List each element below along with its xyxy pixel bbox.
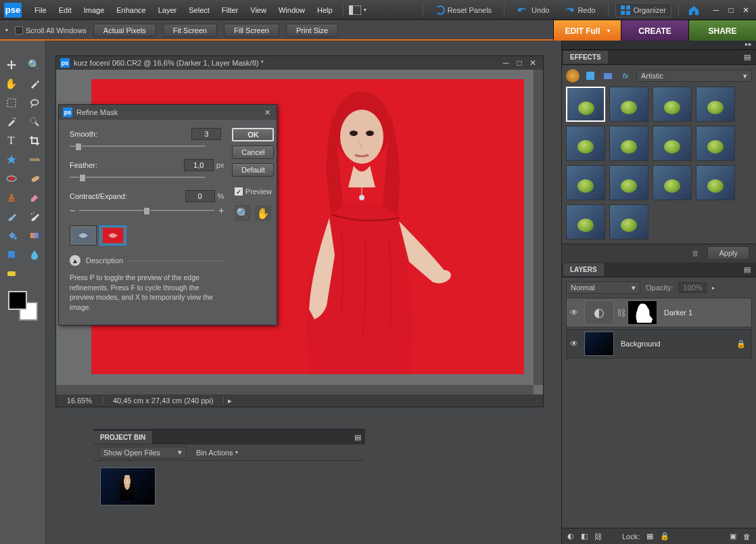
redo-button[interactable]: Redo [557,3,600,17]
document-dimensions[interactable]: 40,45 cm x 27,43 cm (240 ppi) [103,396,224,405]
maximize-button[interactable]: □ [725,5,737,15]
menu-file[interactable]: File [28,0,53,20]
menu-enhance[interactable]: Enhance [110,0,151,20]
gradient-tool[interactable] [25,227,44,244]
eyedropper-tool[interactable] [25,76,44,92]
crop-tool[interactable] [25,133,44,149]
type-tool[interactable]: T [2,133,21,149]
actual-pixels-button[interactable]: Actual Pixels [93,24,156,37]
menu-layer[interactable]: Layer [152,0,183,20]
photo-effects-icon[interactable] [601,69,615,83]
smart-brush-tool[interactable] [25,208,44,225]
dialog-hand-tool[interactable]: ✋ [255,205,271,221]
adjustment-thumbnail[interactable]: ◐ [584,300,614,325]
minimize-button[interactable]: ─ [710,5,722,15]
menu-select[interactable]: Select [183,0,216,20]
effect-thumbnail[interactable] [609,126,648,161]
menu-filter[interactable]: Filter [216,0,244,20]
smooth-slider[interactable] [70,143,205,150]
effect-thumbnail[interactable] [653,126,692,161]
move-tool[interactable] [2,57,21,73]
hand-tool[interactable]: ✋ [2,76,21,92]
arrange-documents-icon[interactable]: ▼ [348,2,369,18]
marquee-tool[interactable] [2,95,21,111]
visibility-toggle[interactable]: 👁 [567,339,582,348]
link-icon[interactable]: ⛓ [617,308,625,318]
menu-image[interactable]: Image [78,0,111,20]
effect-thumbnail[interactable] [609,204,648,240]
smooth-input[interactable] [191,128,221,140]
dialog-close-button[interactable]: ✕ [262,107,273,118]
filters-icon[interactable] [566,69,580,83]
panel-menu-icon[interactable]: ▤ [350,433,365,442]
layer-name[interactable]: Background [621,340,661,348]
effect-thumbnail[interactable] [653,87,692,122]
apply-button[interactable]: Apply [707,246,749,260]
shape-tool[interactable] [2,246,21,263]
menu-help[interactable]: Help [311,0,339,20]
lock-transparency-icon[interactable]: ▦ [646,532,653,541]
effect-thumbnail[interactable] [696,165,735,200]
stamp-tool[interactable] [2,189,21,206]
tool-preset-icon[interactable]: ▾ [5,27,8,33]
trash-icon[interactable]: 🗑 [692,249,699,257]
fit-screen-button[interactable]: Fit Screen [163,24,217,37]
quick-select-tool[interactable] [25,114,44,130]
effect-thumbnail[interactable] [566,87,605,122]
healing-tool[interactable] [25,171,44,187]
tab-share[interactable]: SHARE [688,20,756,41]
link-layers-icon[interactable]: ⛓ [594,532,602,541]
feather-slider[interactable] [70,174,205,181]
effect-thumbnail[interactable] [566,204,605,240]
menu-window[interactable]: Window [273,0,311,20]
bin-thumbnail[interactable] [100,468,156,505]
foreground-color[interactable] [8,291,27,310]
effect-thumbnail[interactable] [609,87,648,122]
scrollbar-horizontal[interactable] [56,385,534,394]
zoom-tool[interactable]: 🔍 [25,57,44,73]
delete-layer-icon[interactable]: 🗑 [743,532,751,541]
status-arrow-icon[interactable]: ▸ [224,396,236,405]
sponge-tool[interactable] [2,265,21,281]
reset-panels-button[interactable]: Reset Panels [430,3,497,18]
opacity-flyout-icon[interactable]: ▸ [712,285,715,291]
layers-tab[interactable]: LAYERS [563,263,604,276]
blend-mode-dropdown[interactable]: Normal▾ [566,281,640,294]
color-swatches[interactable] [8,291,38,321]
cancel-button[interactable]: Cancel [232,145,274,159]
doc-close[interactable]: ✕ [527,58,539,68]
dialog-zoom-tool[interactable]: 🔍 [235,205,251,221]
home-button[interactable] [686,2,702,18]
effect-thumbnail[interactable] [696,126,735,161]
paint-bucket-tool[interactable] [2,227,21,244]
close-button[interactable]: ✕ [740,5,752,15]
magic-wand-tool[interactable] [2,114,21,130]
scroll-all-checkbox[interactable]: Scroll All Windows [15,26,87,35]
new-adjustment-icon[interactable]: ◐ [567,532,574,541]
brush-tool[interactable] [2,208,21,225]
bin-actions-dropdown[interactable]: Bin Actions▾ [196,449,238,457]
tab-edit[interactable]: EDIT Full [553,20,621,41]
project-bin-tab[interactable]: PROJECT BIN [93,431,152,444]
contract-slider[interactable]: −+ [70,205,224,216]
panel-menu-icon[interactable]: ▤ [740,265,755,274]
cookie-cutter-tool[interactable] [2,152,21,168]
layer-styles-icon[interactable] [584,69,597,83]
ok-button[interactable]: OK [232,128,274,141]
zoom-level[interactable]: 16.65% [56,396,103,405]
description-toggle[interactable]: ▲ [70,255,80,266]
effect-thumbnail[interactable] [696,87,735,122]
mask-view-overlay[interactable] [99,225,126,246]
print-size-button[interactable]: Print Size [286,24,338,37]
show-files-dropdown[interactable]: Show Open Files▾ [99,447,187,459]
straighten-tool[interactable] [25,152,44,168]
layer-thumbnail[interactable] [584,332,614,356]
panel-menu-icon[interactable]: ▤ [740,53,755,62]
effects-tab[interactable]: EFFECTS [563,51,608,64]
menu-view[interactable]: View [244,0,273,20]
all-icon[interactable]: fx [619,69,632,83]
doc-maximize[interactable]: □ [513,58,525,68]
default-button[interactable]: Default [232,163,274,177]
effect-thumbnail[interactable] [566,126,605,161]
organizer-button[interactable]: Organizer [615,3,671,18]
